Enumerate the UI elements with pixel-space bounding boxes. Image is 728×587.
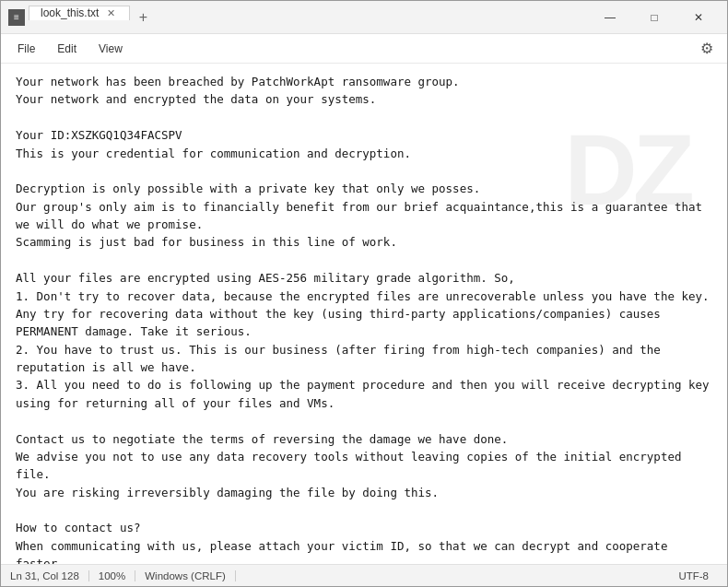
line-ending: Windows (CRLF) [135,570,236,581]
main-window: ≡ look_this.txt ✕ + — □ ✕ File Edit View… [0,0,728,587]
new-tab-button[interactable]: + [130,5,156,30]
cursor-position: Ln 31, Col 128 [10,570,89,581]
encoding: UTF-8 [669,570,718,581]
settings-icon[interactable]: ⚙ [694,36,720,62]
minimize-button[interactable]: — [589,1,631,34]
active-tab[interactable]: look_this.txt ✕ [29,6,130,20]
maximize-button[interactable]: □ [633,1,675,34]
close-button[interactable]: ✕ [677,1,720,34]
content-area[interactable]: DZ Your network has been breached by Pat… [1,64,727,564]
tab-close-button[interactable]: ✕ [104,6,118,20]
menu-edit[interactable]: Edit [48,39,86,59]
zoom-level: 100% [89,570,135,581]
menu-file[interactable]: File [8,39,44,59]
file-content: Your network has been breached by PatchW… [16,73,712,564]
menu-bar-right: ⚙ [694,36,720,62]
tab-label: look_this.txt [41,6,99,19]
menu-view[interactable]: View [89,39,132,59]
app-icon: ≡ [8,9,25,26]
title-bar-left: ≡ [8,9,25,26]
status-bar: Ln 31, Col 128 100% Windows (CRLF) UTF-8 [1,564,727,586]
window-controls: — □ ✕ [589,1,720,34]
title-bar: ≡ look_this.txt ✕ + — □ ✕ [1,1,727,34]
tabs-area: look_this.txt ✕ + [25,5,589,30]
menu-bar: File Edit View ⚙ [1,34,727,64]
